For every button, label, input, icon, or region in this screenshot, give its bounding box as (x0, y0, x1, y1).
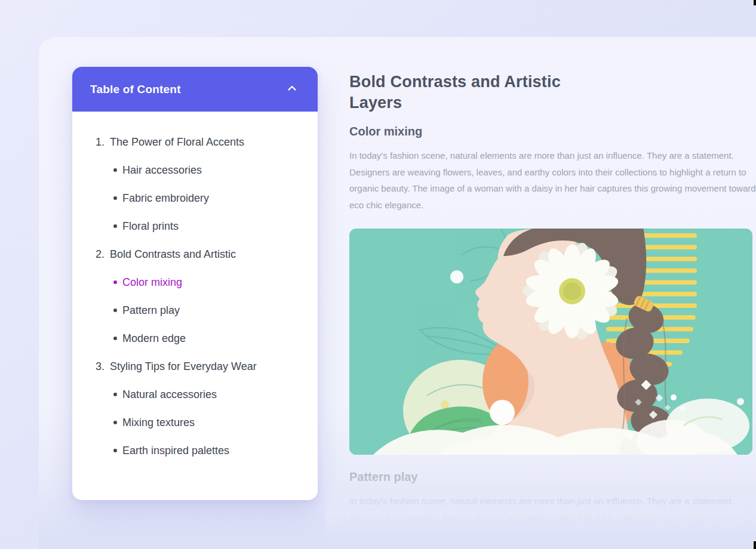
toc-subitem-pattern-play[interactable]: Pattern play (113, 303, 302, 318)
section-paragraph: In today's fashion scene, natural elemen… (349, 147, 756, 213)
toc-subitem-color-mixing-active[interactable]: Color mixing (113, 274, 302, 290)
toc-group: 2. Bold Contrasts and Artistic Color mix… (96, 246, 302, 346)
toc-item-label: Styling Tips for Everyday Wear (110, 359, 257, 374)
screen-edge-artifact (754, 541, 756, 549)
toc-subitem-label: Floral prints (122, 218, 179, 234)
bullet-dot-icon (113, 196, 117, 200)
toc-item-number: 3. (96, 359, 110, 374)
toc-subitem-mixing-textures[interactable]: Mixing textures (113, 415, 302, 430)
toc-subitem-label: Color mixing (122, 274, 182, 290)
toc-subitem-label: Mixing textures (122, 415, 195, 430)
toc-collapse-button[interactable] (284, 82, 300, 97)
toc-subitem-hair-accessories[interactable]: Hair accessories (113, 162, 302, 178)
bullet-dot-icon (113, 337, 117, 340)
toc-subitem-label: Modern edge (122, 331, 186, 346)
toc-group: 1. The Power of Floral Accents Hair acce… (96, 134, 302, 234)
bullet-dot-icon (113, 168, 117, 172)
section-heading-color-mixing: Color mixing (349, 125, 422, 138)
woman-with-daisy-collage (349, 229, 752, 455)
toc-title: Table of Content (90, 83, 181, 96)
toc-subitem-label: Natural accessories (122, 387, 217, 402)
toc-subitem-label: Fabric embroidery (122, 190, 209, 206)
bullet-dot-icon (113, 449, 117, 452)
bullet-dot-icon (113, 224, 117, 228)
toc-subitem-earth-inspired-palettes[interactable]: Earth inspired palettes (113, 443, 302, 458)
toc-item-bold-contrasts[interactable]: 2. Bold Contrasts and Artistic (96, 246, 302, 262)
toc-item-styling-tips[interactable]: 3. Styling Tips for Everyday Wear (96, 359, 302, 374)
screen-edge-artifact (754, 0, 756, 5)
toc-subitem-fabric-embroidery[interactable]: Fabric embroidery (113, 190, 302, 206)
toc-item-number: 1. (96, 134, 110, 150)
bullet-dot-icon (113, 421, 117, 424)
chevron-up-icon (285, 82, 299, 97)
toc-subitem-floral-prints[interactable]: Floral prints (113, 218, 302, 234)
toc-subitem-label: Hair accessories (122, 162, 202, 178)
toc-subitem-modern-edge[interactable]: Modern edge (113, 331, 302, 346)
toc-item-number: 2. (96, 246, 110, 262)
toc-item-label: Bold Contrasts and Artistic (110, 246, 236, 262)
hero-image (349, 229, 752, 455)
bullet-dot-icon (113, 309, 117, 312)
table-of-contents-card: Table of Content 1. The Power of Floral … (72, 67, 318, 500)
toc-item-power-of-floral-accents[interactable]: 1. The Power of Floral Accents (96, 134, 302, 150)
bullet-dot-icon (113, 280, 117, 284)
page-title: Bold Contrasts and Artistic Layers (349, 72, 600, 113)
toc-item-label: The Power of Floral Accents (110, 134, 244, 150)
section-paragraph-faded: In today's fashion scene, natural elemen… (349, 493, 756, 536)
toc-list: 1. The Power of Floral Accents Hair acce… (72, 112, 318, 458)
bullet-dot-icon (113, 393, 117, 396)
toc-subitem-natural-accessories[interactable]: Natural accessories (113, 387, 302, 402)
toc-header[interactable]: Table of Content (72, 67, 318, 112)
toc-group: 3. Styling Tips for Everyday Wear Natura… (96, 359, 302, 458)
toc-subitem-label: Pattern play (122, 303, 180, 318)
toc-subitem-label: Earth inspired palettes (122, 443, 229, 458)
section-heading-pattern-play: Pattern play (349, 470, 417, 484)
